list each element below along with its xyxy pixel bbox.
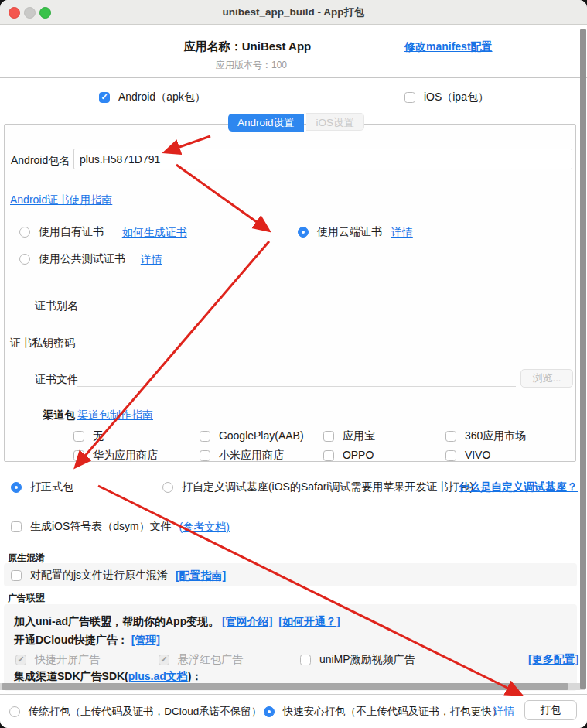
build-button[interactable]: 打包 [524, 700, 577, 720]
channel-360-checkbox[interactable]: 360应用市场 [445, 429, 526, 443]
edit-manifest-link[interactable]: 修改manifest配置 [404, 40, 493, 54]
dsym-doc-link[interactable]: (参考文档) [179, 521, 230, 533]
own-cert-radio-icon[interactable] [19, 227, 30, 238]
fast-build-radio[interactable]: 快速安心打包（不上传代码及证书，打包更快） [264, 705, 502, 719]
sdk-prefix-label: 集成渠道SDK广告SDK( [14, 670, 128, 682]
ad-site-link[interactable]: [官网介绍] [222, 615, 272, 627]
channel-none-checkbox-icon[interactable] [73, 431, 84, 442]
channel-yingyongbao-checkbox[interactable]: 应用宝 [323, 429, 375, 443]
custom-base-radio[interactable]: 打自定义调试基座(iOS的Safari调试需要用苹果开发证书打包) [162, 480, 473, 494]
channel-vivo-checkbox[interactable]: VIVO [445, 449, 490, 462]
traditional-build-radio[interactable]: 传统打包（上传代码及证书，DCloud承诺不保留） [9, 705, 261, 719]
footer-bar: 传统打包（上传代码及证书，DCloud承诺不保留） 快速安心打包（不上传代码及证… [0, 694, 587, 728]
android-cert-guide-link[interactable]: Android证书使用指南 [10, 193, 112, 207]
ios-checkbox-icon[interactable] [404, 92, 415, 103]
channel-oppo-checkbox-icon[interactable] [323, 450, 334, 461]
public-cert-radio[interactable]: 使用公共测试证书 详情 [19, 252, 162, 267]
cloud-cert-radio-icon[interactable] [298, 227, 309, 238]
formal-build-radio[interactable]: 打正式包 [11, 480, 73, 494]
tab-android-settings[interactable]: Android设置 [228, 114, 304, 132]
channel-vivo-label: VIVO [465, 449, 490, 461]
channel-none-checkbox[interactable]: 无 [73, 429, 104, 443]
android-checkbox-icon[interactable] [99, 92, 110, 103]
splash-ad-checkbox[interactable]: 快捷开屏广告 [15, 653, 100, 667]
obfuscation-checkbox-icon[interactable] [11, 570, 22, 581]
redpacket-ad-label: 悬浮红包广告 [178, 653, 243, 665]
obfuscation-guide-link[interactable]: [配置指南] [176, 569, 226, 582]
ios-platform-checkbox[interactable]: iOS（ipa包） [404, 91, 489, 104]
browse-button[interactable]: 浏览... [520, 369, 573, 388]
public-cert-label: 使用公共测试证书 [39, 252, 125, 265]
horizontal-scrollbar-thumb[interactable] [2, 683, 568, 690]
channel-huawei-checkbox-icon[interactable] [73, 450, 84, 461]
title-bar: unibest_app_build - App打包 [0, 0, 587, 25]
footer-detail-link[interactable]: 详情 [493, 705, 514, 719]
formal-build-radio-icon[interactable] [11, 482, 22, 493]
channel-360-checkbox-icon[interactable] [445, 431, 456, 442]
dcloud-manage-link[interactable]: [管理] [131, 634, 160, 646]
channel-huawei-label: 华为应用商店 [93, 449, 158, 461]
header: 应用名称：UniBest App 应用版本号：100 修改manifest配置 [0, 25, 587, 78]
plus-ad-doc-link[interactable]: plus.ad文档 [128, 670, 188, 682]
channel-package-label: 渠道包 [43, 408, 75, 422]
channel-googleplay-checkbox[interactable]: GooglePlay(AAB) [200, 429, 304, 443]
sdk-integration-text: 集成渠道SDK广告SDK(plus.ad文档)： [14, 670, 202, 684]
own-cert-label: 使用自有证书 [39, 225, 104, 238]
vertical-scrollbar-thumb[interactable] [580, 29, 586, 689]
unimp-ad-checkbox[interactable]: uniMP激励视频广告 [300, 653, 415, 667]
what-is-custom-base-link[interactable]: 什么是自定义调试基座？ [459, 480, 578, 494]
dsym-checkbox-icon[interactable] [11, 521, 22, 532]
cert-alias-label: 证书别名 [35, 299, 78, 313]
app-version-label: 应用版本号：100 [0, 59, 503, 72]
redpacket-ad-checkbox[interactable]: 悬浮红包广告 [159, 653, 243, 667]
cloud-cert-detail-link[interactable]: 详情 [391, 226, 413, 238]
unimp-ad-label: uniMP激励视频广告 [319, 653, 415, 665]
channel-yingyongbao-checkbox-icon[interactable] [323, 431, 334, 442]
ad-open-link[interactable]: [如何开通？] [278, 615, 340, 627]
channel-vivo-checkbox-icon[interactable] [445, 450, 456, 461]
own-cert-radio[interactable]: 使用自有证书 如何生成证书 [19, 225, 187, 240]
channel-googleplay-label: GooglePlay(AAB) [219, 429, 304, 442]
android-platform-checkbox[interactable]: Android（apk包） [99, 91, 206, 104]
public-cert-radio-icon[interactable] [19, 254, 30, 265]
channel-oppo-checkbox[interactable]: OPPO [323, 449, 374, 462]
custom-base-label: 打自定义调试基座(iOS的Safari调试需要用苹果开发证书打包) [182, 480, 473, 493]
channel-guide-link[interactable]: 渠道包制作指南 [77, 408, 153, 422]
channel-huawei-checkbox[interactable]: 华为应用商店 [73, 449, 158, 463]
dcloud-ad-text: 开通DCloud快捷广告： [管理] [14, 634, 160, 648]
cert-password-label: 证书私钥密码 [10, 337, 75, 350]
cert-alias-input[interactable] [77, 299, 516, 313]
dsym-checkbox[interactable]: 生成iOS符号表（dsym）文件 (参考文档) [11, 520, 230, 535]
tab-ios-settings[interactable]: iOS设置 [306, 113, 364, 131]
unimp-ad-checkbox-icon[interactable] [300, 655, 311, 665]
app-build-dialog: unibest_app_build - App打包 应用名称：UniBest A… [0, 0, 587, 728]
cloud-cert-radio[interactable]: 使用云端证书 详情 [298, 225, 413, 240]
channel-xiaomi-checkbox-icon[interactable] [200, 450, 210, 461]
how-to-make-cert-link[interactable]: 如何生成证书 [122, 226, 187, 238]
channel-googleplay-checkbox-icon[interactable] [200, 431, 210, 442]
channel-none-label: 无 [93, 429, 104, 442]
cert-password-input[interactable] [77, 336, 516, 350]
fast-build-radio-icon[interactable] [264, 706, 275, 717]
channel-oppo-label: OPPO [343, 449, 374, 461]
channel-xiaomi-checkbox[interactable]: 小米应用商店 [200, 449, 284, 463]
splash-ad-label: 快捷开屏广告 [35, 653, 100, 665]
window-title: unibest_app_build - App打包 [0, 5, 587, 19]
ad-join-label: 加入uni-ad广告联盟，帮助你的App变现。 [14, 615, 219, 627]
ad-union-section-title: 广告联盟 [8, 592, 45, 605]
cert-file-input[interactable] [77, 372, 516, 387]
public-cert-detail-link[interactable]: 详情 [141, 253, 162, 265]
formal-build-label: 打正式包 [30, 480, 73, 493]
traditional-build-radio-icon[interactable] [9, 706, 20, 717]
more-ad-config-link[interactable]: [更多配置] [528, 653, 578, 667]
android-platform-label: Android（apk包） [118, 91, 206, 103]
obfuscation-checkbox[interactable]: 对配置的js文件进行原生混淆 [配置指南] [11, 569, 226, 583]
cloud-cert-label: 使用云端证书 [317, 225, 382, 238]
traditional-build-label: 传统打包（上传代码及证书，DCloud承诺不保留） [29, 706, 262, 717]
package-name-input[interactable] [73, 149, 572, 169]
ad-join-text: 加入uni-ad广告联盟，帮助你的App变现。 [官网介绍] [如何开通？] [14, 615, 340, 629]
channel-xiaomi-label: 小米应用商店 [219, 449, 284, 461]
custom-base-radio-icon[interactable] [162, 482, 173, 493]
splash-ad-checkbox-icon [15, 655, 26, 665]
channel-360-label: 360应用市场 [465, 429, 526, 442]
